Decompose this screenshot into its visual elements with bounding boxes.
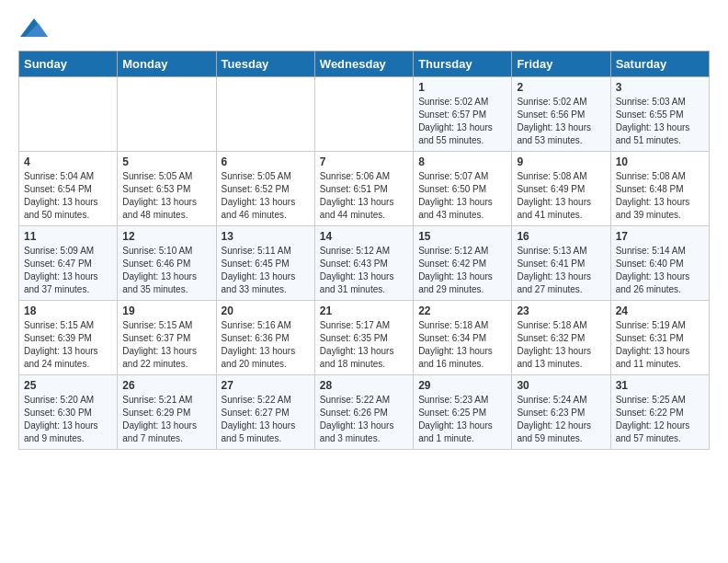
day-number: 8: [418, 155, 506, 168]
calendar-week-row: 25Sunrise: 5:20 AM Sunset: 6:30 PM Dayli…: [19, 375, 710, 450]
calendar-cell: 9Sunrise: 5:08 AM Sunset: 6:49 PM Daylig…: [512, 152, 610, 226]
day-number: 15: [418, 230, 506, 243]
calendar-cell: [19, 77, 118, 152]
calendar-week-row: 4Sunrise: 5:04 AM Sunset: 6:54 PM Daylig…: [19, 152, 710, 226]
header-saturday: Saturday: [610, 52, 709, 77]
calendar-cell: 26Sunrise: 5:21 AM Sunset: 6:29 PM Dayli…: [118, 375, 216, 450]
day-info: Sunrise: 5:20 AM Sunset: 6:30 PM Dayligh…: [24, 394, 112, 445]
calendar-cell: 12Sunrise: 5:10 AM Sunset: 6:46 PM Dayli…: [118, 226, 216, 301]
calendar-cell: 29Sunrise: 5:23 AM Sunset: 6:25 PM Dayli…: [414, 375, 512, 450]
calendar-cell: 3Sunrise: 5:03 AM Sunset: 6:55 PM Daylig…: [610, 77, 709, 152]
calendar-cell: 20Sunrise: 5:16 AM Sunset: 6:36 PM Dayli…: [216, 301, 314, 375]
day-info: Sunrise: 5:22 AM Sunset: 6:27 PM Dayligh…: [222, 394, 310, 445]
day-number: 24: [616, 304, 704, 317]
day-number: 13: [222, 230, 310, 243]
day-number: 25: [24, 379, 112, 392]
day-info: Sunrise: 5:11 AM Sunset: 6:45 PM Dayligh…: [222, 245, 310, 296]
day-number: 14: [320, 230, 408, 243]
calendar-cell: 15Sunrise: 5:12 AM Sunset: 6:42 PM Dayli…: [414, 226, 512, 301]
calendar-week-row: 1Sunrise: 5:02 AM Sunset: 6:57 PM Daylig…: [19, 77, 710, 152]
day-number: 6: [222, 155, 310, 168]
day-info: Sunrise: 5:19 AM Sunset: 6:31 PM Dayligh…: [616, 319, 704, 371]
calendar-cell: 11Sunrise: 5:09 AM Sunset: 6:47 PM Dayli…: [19, 226, 118, 301]
calendar-header-row: SundayMondayTuesdayWednesdayThursdayFrid…: [19, 52, 710, 77]
header-monday: Monday: [118, 52, 216, 77]
calendar-cell: 10Sunrise: 5:08 AM Sunset: 6:48 PM Dayli…: [610, 152, 709, 226]
day-info: Sunrise: 5:09 AM Sunset: 6:47 PM Dayligh…: [24, 245, 112, 296]
day-info: Sunrise: 5:16 AM Sunset: 6:36 PM Dayligh…: [222, 319, 310, 371]
day-number: 16: [517, 230, 605, 243]
day-info: Sunrise: 5:24 AM Sunset: 6:23 PM Dayligh…: [517, 394, 605, 445]
day-info: Sunrise: 5:04 AM Sunset: 6:54 PM Dayligh…: [24, 170, 112, 222]
day-number: 3: [616, 81, 704, 94]
day-info: Sunrise: 5:08 AM Sunset: 6:49 PM Dayligh…: [517, 170, 605, 222]
day-info: Sunrise: 5:10 AM Sunset: 6:46 PM Dayligh…: [122, 245, 210, 296]
calendar-cell: 18Sunrise: 5:15 AM Sunset: 6:39 PM Dayli…: [19, 301, 118, 375]
day-number: 11: [24, 230, 112, 243]
day-info: Sunrise: 5:18 AM Sunset: 6:34 PM Dayligh…: [418, 319, 506, 371]
day-info: Sunrise: 5:17 AM Sunset: 6:35 PM Dayligh…: [320, 319, 408, 371]
day-info: Sunrise: 5:06 AM Sunset: 6:51 PM Dayligh…: [320, 170, 408, 222]
calendar-cell: 30Sunrise: 5:24 AM Sunset: 6:23 PM Dayli…: [512, 375, 610, 450]
day-number: 23: [517, 304, 605, 317]
day-number: 28: [320, 379, 408, 392]
calendar-cell: 6Sunrise: 5:05 AM Sunset: 6:52 PM Daylig…: [216, 152, 314, 226]
day-number: 18: [24, 304, 112, 317]
calendar-cell: 31Sunrise: 5:25 AM Sunset: 6:22 PM Dayli…: [610, 375, 709, 450]
calendar-cell: 24Sunrise: 5:19 AM Sunset: 6:31 PM Dayli…: [610, 301, 709, 375]
day-info: Sunrise: 5:12 AM Sunset: 6:43 PM Dayligh…: [320, 245, 408, 296]
logo-icon: [20, 18, 48, 37]
logo-text: [18, 18, 48, 41]
calendar-cell: 23Sunrise: 5:18 AM Sunset: 6:32 PM Dayli…: [512, 301, 610, 375]
calendar-cell: 8Sunrise: 5:07 AM Sunset: 6:50 PM Daylig…: [414, 152, 512, 226]
day-info: Sunrise: 5:05 AM Sunset: 6:53 PM Dayligh…: [122, 170, 210, 222]
day-number: 27: [222, 379, 310, 392]
day-number: 19: [122, 304, 210, 317]
day-number: 22: [418, 304, 506, 317]
calendar-week-row: 11Sunrise: 5:09 AM Sunset: 6:47 PM Dayli…: [19, 226, 710, 301]
calendar-week-row: 18Sunrise: 5:15 AM Sunset: 6:39 PM Dayli…: [19, 301, 710, 375]
calendar-cell: 7Sunrise: 5:06 AM Sunset: 6:51 PM Daylig…: [314, 152, 413, 226]
calendar-cell: 28Sunrise: 5:22 AM Sunset: 6:26 PM Dayli…: [314, 375, 413, 450]
day-info: Sunrise: 5:12 AM Sunset: 6:42 PM Dayligh…: [418, 245, 506, 296]
calendar-cell: 5Sunrise: 5:05 AM Sunset: 6:53 PM Daylig…: [118, 152, 216, 226]
calendar-table: SundayMondayTuesdayWednesdayThursdayFrid…: [18, 51, 710, 450]
day-info: Sunrise: 5:07 AM Sunset: 6:50 PM Dayligh…: [418, 170, 506, 222]
calendar-cell: [314, 77, 413, 152]
calendar-cell: 21Sunrise: 5:17 AM Sunset: 6:35 PM Dayli…: [314, 301, 413, 375]
day-number: 31: [616, 379, 704, 392]
day-number: 7: [320, 155, 408, 168]
calendar-cell: 1Sunrise: 5:02 AM Sunset: 6:57 PM Daylig…: [414, 77, 512, 152]
day-info: Sunrise: 5:08 AM Sunset: 6:48 PM Dayligh…: [616, 170, 704, 222]
calendar-cell: 4Sunrise: 5:04 AM Sunset: 6:54 PM Daylig…: [19, 152, 118, 226]
day-number: 9: [517, 155, 605, 168]
calendar-cell: 19Sunrise: 5:15 AM Sunset: 6:37 PM Dayli…: [118, 301, 216, 375]
day-info: Sunrise: 5:05 AM Sunset: 6:52 PM Dayligh…: [222, 170, 310, 222]
day-info: Sunrise: 5:18 AM Sunset: 6:32 PM Dayligh…: [517, 319, 605, 371]
logo: [18, 18, 48, 41]
day-info: Sunrise: 5:25 AM Sunset: 6:22 PM Dayligh…: [616, 394, 704, 445]
calendar-cell: 13Sunrise: 5:11 AM Sunset: 6:45 PM Dayli…: [216, 226, 314, 301]
day-info: Sunrise: 5:13 AM Sunset: 6:41 PM Dayligh…: [517, 245, 605, 296]
calendar-cell: 16Sunrise: 5:13 AM Sunset: 6:41 PM Dayli…: [512, 226, 610, 301]
page-header: [18, 18, 710, 41]
day-number: 17: [616, 230, 704, 243]
calendar-cell: 22Sunrise: 5:18 AM Sunset: 6:34 PM Dayli…: [414, 301, 512, 375]
day-number: 29: [418, 379, 506, 392]
day-number: 2: [517, 81, 605, 94]
calendar-cell: [118, 77, 216, 152]
day-number: 26: [122, 379, 210, 392]
day-info: Sunrise: 5:22 AM Sunset: 6:26 PM Dayligh…: [320, 394, 408, 445]
calendar-cell: 25Sunrise: 5:20 AM Sunset: 6:30 PM Dayli…: [19, 375, 118, 450]
day-info: Sunrise: 5:15 AM Sunset: 6:37 PM Dayligh…: [122, 319, 210, 371]
day-info: Sunrise: 5:23 AM Sunset: 6:25 PM Dayligh…: [418, 394, 506, 445]
day-info: Sunrise: 5:02 AM Sunset: 6:56 PM Dayligh…: [517, 96, 605, 147]
day-info: Sunrise: 5:03 AM Sunset: 6:55 PM Dayligh…: [616, 96, 704, 147]
day-number: 10: [616, 155, 704, 168]
header-sunday: Sunday: [19, 52, 118, 77]
calendar-cell: 2Sunrise: 5:02 AM Sunset: 6:56 PM Daylig…: [512, 77, 610, 152]
calendar-cell: 17Sunrise: 5:14 AM Sunset: 6:40 PM Dayli…: [610, 226, 709, 301]
day-number: 12: [122, 230, 210, 243]
day-number: 1: [418, 81, 506, 94]
day-number: 5: [122, 155, 210, 168]
